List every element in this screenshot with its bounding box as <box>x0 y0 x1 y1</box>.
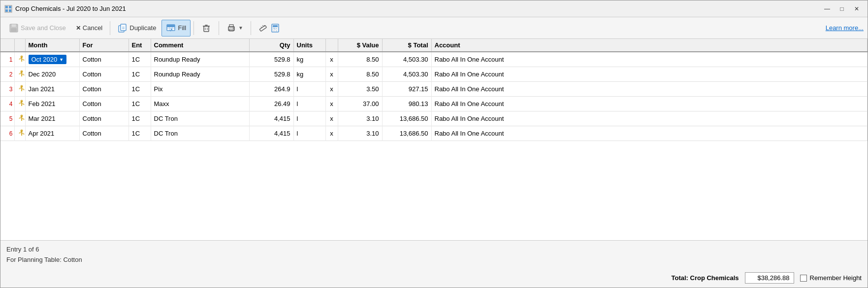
col-header-ent[interactable]: Ent <box>129 39 151 52</box>
row-value[interactable]: 3.10 <box>338 111 382 126</box>
svg-line-29 <box>262 25 263 27</box>
row-plant-icon <box>14 126 25 141</box>
svg-rect-1 <box>5 6 8 8</box>
table-row[interactable]: 6Apr 2021Cotton1CDC Tron4,415lx3.1013,68… <box>0 126 868 141</box>
save-close-button[interactable]: Save and Close <box>4 20 70 36</box>
row-units: l <box>293 82 325 97</box>
col-header-icon <box>14 39 25 52</box>
duplicate-button[interactable]: Duplicate <box>113 20 161 36</box>
row-ent[interactable]: 1C <box>129 82 151 97</box>
entry-info: Entry 1 of 6 For Planning Table: Cotton <box>6 245 862 265</box>
row-account[interactable]: Rabo All In One Account <box>431 111 868 126</box>
row-account[interactable]: Rabo All In One Account <box>431 67 868 82</box>
formula-button[interactable]: % × ÷ + <box>254 20 285 36</box>
row-qty[interactable]: 26.49 <box>249 97 293 111</box>
remember-height-label: Remember Height <box>810 274 862 282</box>
row-qty[interactable]: 529.8 <box>249 67 293 82</box>
svg-rect-6 <box>11 24 16 27</box>
fill-button[interactable]: Fill <box>161 20 191 36</box>
app-icon <box>4 5 12 13</box>
data-table-container: Month For Ent Comment Qty Units $ Value … <box>0 39 868 241</box>
row-comment[interactable]: Maxx <box>151 97 249 111</box>
remember-height-checkbox[interactable] <box>800 275 807 282</box>
delete-button[interactable] <box>197 20 216 36</box>
col-header-qty[interactable]: Qty <box>249 39 293 52</box>
cancel-button[interactable]: ✕ Cancel <box>71 20 107 36</box>
row-qty[interactable]: 529.8 <box>249 52 293 67</box>
row-for[interactable]: Cotton <box>79 82 129 97</box>
row-plant-icon <box>14 82 25 97</box>
entry-count: Entry 1 of 6 <box>6 245 862 255</box>
main-window: Crop Chemicals - Jul 2020 to Jun 2021 — … <box>0 0 868 288</box>
row-month[interactable]: Mar 2021 <box>25 111 79 126</box>
col-header-for[interactable]: For <box>79 39 129 52</box>
table-row[interactable]: 1Oct 2020▼Cotton1CRoundup Ready529.8kgx8… <box>0 52 868 67</box>
row-account[interactable]: Rabo All In One Account <box>431 82 868 97</box>
row-units: l <box>293 126 325 141</box>
row-ent[interactable]: 1C <box>129 67 151 82</box>
row-for[interactable]: Cotton <box>79 67 129 82</box>
col-header-account[interactable]: Account <box>431 39 868 52</box>
plant-svg <box>18 70 26 77</box>
row-ent[interactable]: 1C <box>129 97 151 111</box>
row-for[interactable]: Cotton <box>79 97 129 111</box>
row-number: 6 <box>0 126 14 141</box>
row-qty[interactable]: 4,415 <box>249 126 293 141</box>
row-comment[interactable]: Roundup Ready <box>151 52 249 67</box>
col-header-units[interactable]: Units <box>293 39 325 52</box>
row-value[interactable]: 8.50 <box>338 67 382 82</box>
table-row[interactable]: 5Mar 2021Cotton1CDC Tron4,415lx3.1013,68… <box>0 111 868 126</box>
row-for[interactable]: Cotton <box>79 52 129 67</box>
row-comment[interactable]: DC Tron <box>151 126 249 141</box>
table-row[interactable]: 3Jan 2021Cotton1CPix264.9lx3.50927.15Rab… <box>0 82 868 97</box>
row-account[interactable]: Rabo All In One Account <box>431 52 868 67</box>
table-row[interactable]: 2Dec 2020Cotton1CRoundup Ready529.8kgx8.… <box>0 67 868 82</box>
row-account[interactable]: Rabo All In One Account <box>431 97 868 111</box>
toolbar-divider-2 <box>193 21 194 35</box>
ruler-icon <box>258 23 268 33</box>
duplicate-label: Duplicate <box>129 24 156 32</box>
row-total: 4,503.30 <box>382 67 431 82</box>
col-header-rownum <box>0 39 14 52</box>
svg-text:÷: ÷ <box>273 29 275 32</box>
row-comment[interactable]: DC Tron <box>151 111 249 126</box>
footer-info-area: Entry 1 of 6 For Planning Table: Cotton <box>0 241 868 269</box>
row-month[interactable]: Jan 2021 <box>25 82 79 97</box>
row-account[interactable]: Rabo All In One Account <box>431 126 868 141</box>
total-label: Total: Crop Chemicals <box>671 274 739 282</box>
row-comment[interactable]: Roundup Ready <box>151 67 249 82</box>
row-month[interactable]: Oct 2020▼ <box>25 52 79 67</box>
close-button[interactable]: ✕ <box>850 4 864 14</box>
maximize-button[interactable]: □ <box>835 4 849 14</box>
row-for[interactable]: Cotton <box>79 111 129 126</box>
row-month[interactable]: Feb 2021 <box>25 97 79 111</box>
learn-more-link[interactable]: Learn more... <box>826 24 864 32</box>
row-number: 3 <box>0 82 14 97</box>
row-month[interactable]: Dec 2020 <box>25 67 79 82</box>
col-header-month[interactable]: Month <box>25 39 79 52</box>
row-value[interactable]: 37.00 <box>338 97 382 111</box>
minimize-button[interactable]: — <box>820 4 834 14</box>
row-number: 2 <box>0 67 14 82</box>
col-header-comment[interactable]: Comment <box>151 39 249 52</box>
col-header-value[interactable]: $ Value <box>338 39 382 52</box>
row-value[interactable]: 3.50 <box>338 82 382 97</box>
row-ent[interactable]: 1C <box>129 52 151 67</box>
toolbar-divider-1 <box>110 21 110 35</box>
row-ent[interactable]: 1C <box>129 111 151 126</box>
row-month[interactable]: Apr 2021 <box>25 126 79 141</box>
row-total: 13,686.50 <box>382 126 431 141</box>
print-button[interactable]: ▼ <box>222 20 248 36</box>
row-value[interactable]: 3.10 <box>338 126 382 141</box>
row-units: kg <box>293 52 325 67</box>
col-header-total[interactable]: $ Total <box>382 39 431 52</box>
toolbar-divider-3 <box>219 21 219 35</box>
row-value[interactable]: 8.50 <box>338 52 382 67</box>
row-comment[interactable]: Pix <box>151 82 249 97</box>
row-for[interactable]: Cotton <box>79 126 129 141</box>
table-row[interactable]: 4Feb 2021Cotton1CMaxx26.49lx37.00980.13R… <box>0 97 868 111</box>
row-ent[interactable]: 1C <box>129 126 151 141</box>
month-dropdown-arrow[interactable]: ▼ <box>59 57 64 62</box>
row-qty[interactable]: 4,415 <box>249 111 293 126</box>
row-qty[interactable]: 264.9 <box>249 82 293 97</box>
